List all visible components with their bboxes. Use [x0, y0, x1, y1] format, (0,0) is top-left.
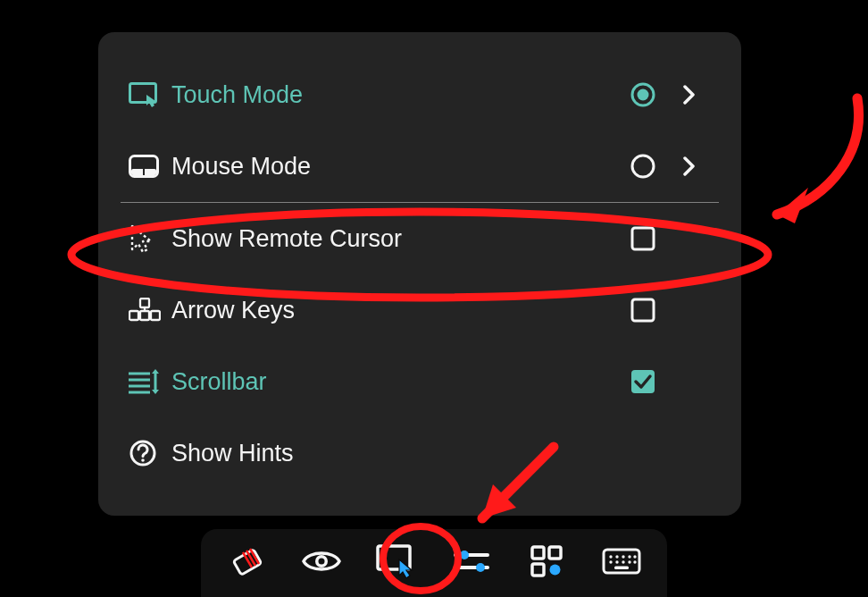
toolbar-cursor-button[interactable] — [376, 542, 417, 584]
svg-rect-35 — [532, 547, 544, 559]
menu-item-mouse-mode[interactable]: Mouse Mode — [98, 130, 741, 202]
mouse-mode-icon — [129, 155, 171, 178]
menu-item-label: Touch Mode — [171, 81, 618, 109]
svg-point-47 — [622, 560, 624, 563]
svg-line-27 — [243, 552, 252, 568]
radio-unselected[interactable] — [618, 153, 668, 180]
chevron-right-icon[interactable] — [668, 156, 711, 176]
touch-mode-icon — [376, 544, 417, 582]
menu-item-show-remote-cursor[interactable]: Show Remote Cursor — [98, 203, 741, 274]
menu-item-touch-mode[interactable]: Touch Mode — [98, 59, 741, 130]
radio-selected[interactable] — [618, 81, 668, 108]
help-icon — [129, 439, 171, 467]
scrollbar-icon — [129, 369, 171, 394]
svg-rect-10 — [140, 311, 149, 320]
svg-point-42 — [622, 555, 624, 558]
annotation-arrow-top — [732, 89, 866, 232]
svg-point-23 — [141, 458, 145, 462]
menu-item-arrow-keys[interactable]: Arrow Keys — [98, 274, 741, 346]
toolbar-eraser-button[interactable] — [226, 542, 267, 584]
menu-item-label: Show Remote Cursor — [171, 225, 618, 253]
checkbox-unchecked[interactable] — [618, 298, 668, 323]
svg-rect-8 — [140, 298, 149, 307]
svg-point-2 — [638, 89, 649, 101]
eraser-icon — [229, 543, 264, 583]
svg-point-41 — [615, 555, 618, 558]
sliders-icon — [454, 548, 489, 578]
svg-point-34 — [476, 563, 485, 572]
svg-point-44 — [633, 555, 636, 558]
svg-point-46 — [615, 560, 618, 563]
menu-divider — [121, 202, 719, 203]
menu-item-scrollbar[interactable]: Scrollbar — [98, 346, 741, 417]
menu-item-label: Scrollbar — [171, 368, 618, 396]
svg-point-40 — [609, 555, 612, 558]
checkbox-unchecked[interactable] — [618, 226, 668, 251]
menu-item-label: Arrow Keys — [171, 297, 618, 324]
touch-mode-icon — [129, 82, 171, 107]
svg-rect-15 — [632, 299, 654, 321]
toolbar-eye-button[interactable] — [301, 542, 342, 584]
arrow-keys-icon — [129, 298, 171, 323]
svg-rect-11 — [151, 311, 160, 320]
menu-item-label: Mouse Mode — [171, 153, 618, 181]
svg-point-48 — [628, 560, 630, 563]
svg-point-43 — [628, 555, 630, 558]
svg-rect-37 — [532, 564, 544, 576]
svg-rect-9 — [129, 311, 138, 320]
dashboard-icon — [530, 545, 563, 581]
svg-rect-50 — [614, 567, 629, 569]
eye-icon — [302, 547, 341, 579]
chevron-right-icon[interactable] — [668, 85, 711, 105]
toolbar-sliders-button[interactable] — [451, 542, 492, 584]
svg-point-38 — [550, 565, 561, 576]
svg-point-6 — [632, 156, 654, 177]
toolbar-dashboard-button[interactable] — [526, 542, 567, 584]
remote-cursor-icon — [129, 224, 171, 253]
svg-point-29 — [319, 559, 325, 565]
svg-point-49 — [633, 560, 636, 563]
menu-item-label: Show Hints — [171, 440, 618, 467]
bottom-toolbar — [201, 529, 667, 597]
toolbar-keyboard-button[interactable] — [601, 542, 642, 584]
keyboard-icon — [602, 548, 641, 578]
menu-item-show-hints[interactable]: Show Hints — [98, 417, 741, 489]
svg-rect-7 — [632, 228, 654, 249]
checkbox-checked[interactable] — [618, 369, 668, 394]
svg-rect-36 — [549, 547, 561, 559]
settings-menu-panel: Touch Mode Mouse Mode — [98, 32, 741, 516]
svg-point-45 — [609, 560, 612, 563]
svg-point-33 — [460, 551, 469, 559]
